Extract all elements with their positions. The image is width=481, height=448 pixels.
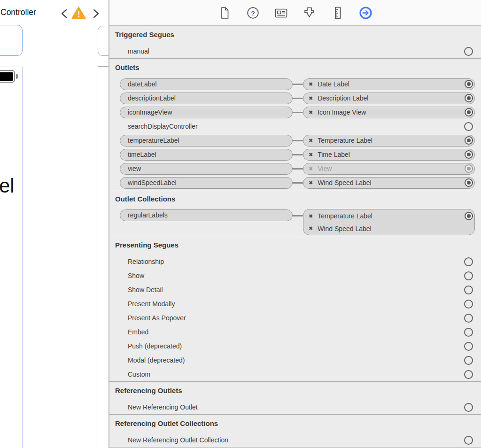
svg-text:?: ? xyxy=(251,9,255,16)
tab-identity-inspector[interactable] xyxy=(274,6,288,20)
outlet-pill[interactable]: descriptionLabel xyxy=(120,93,293,104)
disconnect-icon[interactable]: ✖ xyxy=(309,109,313,116)
tab-size-inspector[interactable] xyxy=(330,6,345,20)
disconnect-icon[interactable]: ✖ xyxy=(309,213,313,219)
warning-icon[interactable] xyxy=(71,7,86,22)
outlet-pill[interactable]: windSpeedLabel xyxy=(120,177,293,189)
outlet-pill[interactable]: temperatureLabel xyxy=(120,135,293,147)
connected-indicator[interactable] xyxy=(465,108,473,116)
destination-name: Date Label xyxy=(318,80,465,88)
row-label: Relationship xyxy=(109,258,464,265)
outlet-pill[interactable]: timeLabel xyxy=(120,149,293,161)
row-label: Show xyxy=(109,272,464,279)
destination-pill[interactable]: ✖Date Label xyxy=(303,78,475,90)
row-new-referencing-outlet: New Referencing Outlet xyxy=(109,400,481,414)
section-outlet-collections: Outlet CollectionsregularLabels✖Temperat… xyxy=(109,190,481,236)
destination-pill[interactable]: ✖Description Label xyxy=(303,93,475,104)
connection-well[interactable] xyxy=(464,370,473,379)
disconnect-icon[interactable]: ✖ xyxy=(309,152,313,158)
tab-attributes-inspector[interactable] xyxy=(302,6,317,20)
connection-well[interactable] xyxy=(464,257,473,266)
destination-row: ✖Time Label xyxy=(303,149,474,160)
neighbor-scene-view[interactable] xyxy=(98,66,109,448)
connected-indicator[interactable] xyxy=(465,212,473,220)
neighbor-scene-partial[interactable] xyxy=(98,26,109,56)
connection-well[interactable] xyxy=(464,314,473,323)
connection-well[interactable] xyxy=(464,328,473,337)
connection-row-windspeedlabel: windSpeedLabel✖Wind Speed Label xyxy=(109,176,481,190)
connection-well[interactable] xyxy=(464,286,473,294)
row-label: New Referencing Outlet xyxy=(109,403,464,411)
section-presenting-segues: Presenting SeguesRelationshipShowShow De… xyxy=(109,236,481,382)
row-label: Modal (deprecated) xyxy=(109,356,464,364)
row-manual: manual xyxy=(109,44,481,58)
row-label: Present Modally xyxy=(109,300,464,308)
tab-quick-help[interactable]: ? xyxy=(246,6,260,20)
tab-connections-inspector[interactable] xyxy=(358,6,373,20)
back-chevron-icon[interactable] xyxy=(60,8,69,21)
destination-name: Wind Speed Label xyxy=(318,179,465,186)
disconnect-icon[interactable]: ✖ xyxy=(309,225,313,232)
battery-nub xyxy=(16,74,18,79)
destination-name: Temperature Label xyxy=(318,212,465,220)
connection-row-regularlabels: regularLabels✖Temperature Label✖Wind Spe… xyxy=(109,209,481,236)
outlet-pill[interactable]: iconImageView xyxy=(120,107,293,118)
connection-well[interactable] xyxy=(464,356,473,365)
connection-well[interactable] xyxy=(464,403,473,412)
canvas-label-partial[interactable]: el xyxy=(0,175,15,197)
row-push-deprecated: Push (deprecated) xyxy=(109,339,481,353)
destination-pill[interactable]: ✖Wind Speed Label xyxy=(303,177,475,189)
outlet-name: temperatureLabel xyxy=(120,135,292,146)
row-custom: Custom xyxy=(109,367,481,381)
section-title: Outlets xyxy=(109,62,481,73)
connection-well[interactable] xyxy=(464,342,473,351)
jumpbar-title[interactable]: Controller xyxy=(0,8,36,17)
destination-row: ✖Wind Speed Label xyxy=(303,178,474,188)
connected-indicator[interactable] xyxy=(465,80,473,88)
connected-indicator[interactable] xyxy=(465,150,473,159)
connected-indicator[interactable] xyxy=(465,164,473,173)
connected-indicator[interactable] xyxy=(465,94,473,102)
row-embed: Embed xyxy=(109,325,481,339)
connection-well[interactable] xyxy=(464,122,473,131)
outlet-pill[interactable]: regularLabels xyxy=(120,209,293,221)
connections-inspector-panel: ? Triggered SeguesmanualOutletsdateLabel… xyxy=(109,0,481,448)
disconnect-icon[interactable]: ✖ xyxy=(309,166,313,172)
connection-row-datelabel: dateLabel✖Date Label xyxy=(109,77,481,91)
connection-row-descriptionlabel: descriptionLabel✖Description Label xyxy=(109,91,481,105)
outlet-name: dateLabel xyxy=(120,79,292,90)
connection-well[interactable] xyxy=(464,271,473,280)
row-label: New Referencing Outlet Collection xyxy=(109,436,464,444)
connected-indicator[interactable] xyxy=(465,136,473,145)
disconnect-icon[interactable]: ✖ xyxy=(309,138,313,144)
outlet-pill[interactable]: dateLabel xyxy=(120,78,293,90)
destination-pill[interactable]: ✖Temperature Label✖Wind Speed Label xyxy=(303,209,475,235)
section-referencing-outlet-collections: Referencing Outlet CollectionsNew Refere… xyxy=(109,415,481,448)
destination-pill[interactable]: ✖Icon Image View xyxy=(303,107,475,118)
connection-well[interactable] xyxy=(464,47,473,56)
outlet-name: descriptionLabel xyxy=(120,93,292,104)
row-label: Push (deprecated) xyxy=(109,342,464,350)
forward-chevron-icon[interactable] xyxy=(91,8,101,21)
connected-indicator[interactable] xyxy=(465,178,473,187)
section-title: Referencing Outlet Collections xyxy=(109,418,481,429)
destination-pill[interactable]: ✖View xyxy=(303,163,475,175)
section-title: Referencing Outlets xyxy=(109,386,481,396)
connection-well[interactable] xyxy=(464,300,473,309)
scene-view-partial[interactable] xyxy=(0,25,23,56)
destination-row: ✖Temperature Label xyxy=(303,135,474,146)
destination-row: ✖View xyxy=(303,163,474,174)
disconnect-icon[interactable]: ✖ xyxy=(309,81,313,87)
destination-pill[interactable]: ✖Time Label xyxy=(303,149,475,161)
row-label: Present As Popover xyxy=(109,314,464,322)
disconnect-icon[interactable]: ✖ xyxy=(309,95,313,101)
outlet-pill[interactable]: view xyxy=(120,163,293,175)
destination-pill[interactable]: ✖Temperature Label xyxy=(303,135,475,147)
row-relationship: Relationship xyxy=(109,255,481,269)
section-title: Triggered Segues xyxy=(109,30,481,40)
storyboard-canvas[interactable]: Controller el xyxy=(0,0,109,448)
disconnect-icon[interactable]: ✖ xyxy=(309,180,313,186)
connection-well[interactable] xyxy=(464,436,473,445)
selected-scene-view[interactable] xyxy=(0,67,23,448)
tab-file-inspector[interactable] xyxy=(217,6,232,20)
